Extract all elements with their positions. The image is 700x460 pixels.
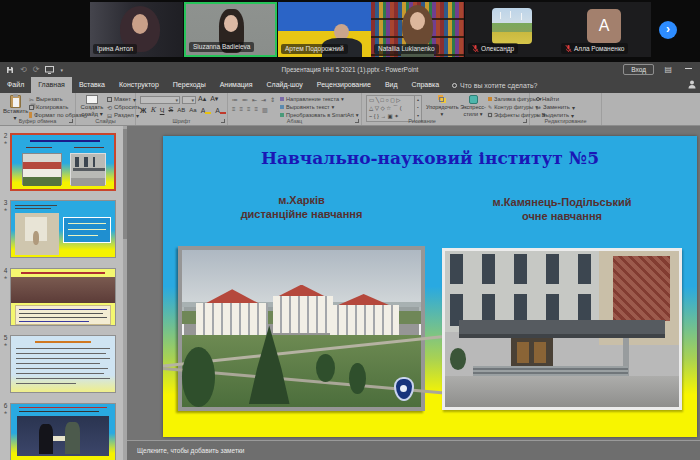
thumbnail-slide-6[interactable] [10, 403, 116, 460]
slides-group: Создатьслайд ▾ Макет ▾ ⟲Сбросить ⊟Раздел… [76, 93, 136, 125]
layout-button[interactable]: Макет ▾ [107, 95, 136, 103]
shrink-font-button[interactable]: А▾ [210, 95, 218, 103]
video-tile-siuzanna-active-speaker[interactable]: Siuzanna Badieieva [184, 2, 277, 57]
video-tile-oleksandr[interactable]: Олександр [465, 2, 558, 57]
strikethrough-button[interactable]: S [168, 106, 173, 114]
grow-shrink-font[interactable]: А▴ А▾ [198, 95, 220, 103]
numbering-icon[interactable]: ≕ [242, 96, 248, 103]
photo-kamianets-building[interactable] [442, 248, 682, 410]
thumb-red-roof [23, 162, 61, 169]
tab-insert[interactable]: Вставка [72, 77, 112, 93]
change-case-button[interactable]: Аа [189, 107, 196, 113]
notes-placeholder[interactable]: Щелкните, чтобы добавить заметки [137, 447, 244, 454]
video-tile-nataliia[interactable]: Nataliia Lukianenko [371, 2, 464, 57]
slide-title[interactable]: Навчально-науковий інститут №5 [163, 148, 697, 168]
font-style-buttons: Ж К Ч S АВ Аа А А [140, 106, 228, 114]
bullets-icon[interactable]: ≔ [232, 96, 238, 103]
replace-button[interactable]: ⇄Заменить ▾ [536, 103, 575, 111]
font-dialog-launcher-icon[interactable] [221, 119, 225, 123]
thumb-text-line [19, 321, 89, 322]
transition-star-icon: ★ [2, 410, 9, 415]
wall-mosaic [613, 256, 669, 322]
copy-button[interactable]: Копировать [29, 103, 68, 111]
tab-design[interactable]: Конструктор [112, 77, 166, 93]
slide-number: 2★ [2, 132, 9, 145]
notes-pane[interactable]: Щелкните, чтобы добавить заметки [127, 440, 700, 460]
italic-button[interactable]: К [150, 106, 155, 114]
highlight-color-button[interactable]: А [201, 107, 212, 114]
align-center-icon[interactable]: ≡ [240, 106, 244, 112]
tab-slideshow[interactable]: Слайд-шоу [260, 77, 310, 93]
cut-button[interactable]: ✂Вырезать [29, 95, 63, 103]
right-column-heading[interactable]: м.Камянець-Подільськийочне навчання [442, 195, 682, 223]
thumb-text-line [15, 205, 57, 206]
left-column-heading[interactable]: м.Харківдистанційне навчання [178, 193, 425, 221]
thumb-text-line [19, 317, 107, 318]
thumb-title-line [35, 341, 91, 343]
tab-transitions[interactable]: Переходы [166, 77, 213, 93]
sign-in-button[interactable]: Вход [623, 64, 654, 75]
tab-animations[interactable]: Анимация [213, 77, 260, 93]
thumb-text-line [15, 208, 51, 209]
thumbnail-slide-4[interactable] [10, 268, 116, 326]
editing-group: Найти ⇄Заменить ▾ ⌖Выделить ▾ Редактиров… [530, 93, 602, 125]
tab-view[interactable]: Вид [378, 77, 405, 93]
bold-button[interactable]: Ж [140, 107, 146, 114]
thumbnail-slide-2-selected[interactable] [10, 133, 116, 191]
font-group: А▴ А▾ Ж К Ч S АВ Аа А А Шрифт [136, 93, 228, 125]
decrease-indent-icon[interactable]: ⇤ [252, 96, 257, 103]
tab-file[interactable]: Файл [0, 77, 31, 93]
video-tile-artem[interactable]: Артем Подорожний [278, 2, 371, 57]
clipboard-dialog-launcher-icon[interactable] [69, 119, 73, 123]
tab-help[interactable]: Справка [405, 77, 446, 93]
smartart-icon [280, 113, 284, 117]
character-spacing-button[interactable]: АВ [177, 107, 185, 113]
columns-icon[interactable]: ▥ [262, 106, 268, 113]
thumbnail-slide-5[interactable] [10, 335, 116, 393]
tab-review[interactable]: Рецензирование [310, 77, 378, 93]
quick-styles-button[interactable]: Экспресс-стили ▾ [459, 95, 487, 117]
thumbnail-slide-3[interactable] [10, 200, 116, 258]
align-text-button[interactable]: Выровнять текст ▾ [280, 103, 334, 111]
thumb-photo-lecture [15, 213, 59, 255]
paragraph-dialog-launcher-icon[interactable] [355, 119, 359, 123]
video-tile-alla[interactable]: А Алла Романенко [558, 2, 651, 57]
justify-icon[interactable]: ≡ [255, 106, 259, 112]
thumb-text-line [16, 368, 108, 369]
font-name-combo[interactable] [140, 96, 180, 104]
grow-font-button[interactable]: А▴ [198, 95, 206, 103]
next-participants-button[interactable]: › [659, 21, 677, 39]
underline-button[interactable]: Ч [160, 107, 165, 114]
shape-outline-icon: ✎ [488, 104, 492, 110]
tab-home[interactable]: Главная [31, 77, 72, 93]
drawing-dialog-launcher-icon[interactable] [523, 119, 527, 123]
line-spacing-icon[interactable]: ⇕ [270, 96, 275, 103]
arrange-button[interactable]: Упорядочить ▾ [426, 95, 458, 117]
align-left-icon[interactable]: ≡ [232, 106, 236, 112]
video-tile-iryna[interactable]: Ірина Антол [90, 2, 183, 57]
thumb-text-line [19, 313, 103, 314]
tell-me-box[interactable]: Что вы хотите сделать? [446, 77, 543, 93]
share-icon[interactable] [688, 80, 696, 89]
participant-face [224, 15, 238, 32]
font-size-combo[interactable] [182, 96, 196, 104]
ribbon-display-options-icon[interactable]: ▤ [664, 65, 672, 74]
layout-icon [107, 97, 112, 102]
increase-indent-icon[interactable]: ⇥ [261, 96, 266, 103]
thumb-text-line [16, 358, 110, 359]
font-color-button[interactable]: А [215, 107, 226, 114]
thumb-canopy [73, 168, 105, 171]
new-slide-button[interactable]: Создатьслайд ▾ [79, 95, 105, 117]
thumb-person [33, 231, 39, 245]
campus-tree [316, 354, 335, 382]
minimize-button[interactable] [685, 68, 692, 69]
align-right-icon[interactable]: ≡ [247, 106, 251, 112]
current-slide[interactable]: Навчально-науковий інститут №5 м.Харківд… [163, 136, 697, 437]
window-title: Презентация ННІ 5 2021 (1).pptx - PowerP… [0, 66, 700, 73]
transition-star-icon: ★ [2, 275, 9, 280]
photo-kharkiv-campus[interactable] [178, 246, 425, 411]
text-direction-button[interactable]: Направление текста ▾ [280, 95, 344, 103]
find-button[interactable]: Найти [536, 95, 559, 103]
drawing-group: ▭ ╲ □ ○ ◻ ▷△ ▽ ◇ ☆ ⌒ (~ { } → ▣ ✦ ▴▪▾ Уп… [362, 93, 530, 125]
participant-name-label: Nataliia Lukianenko [374, 44, 439, 54]
